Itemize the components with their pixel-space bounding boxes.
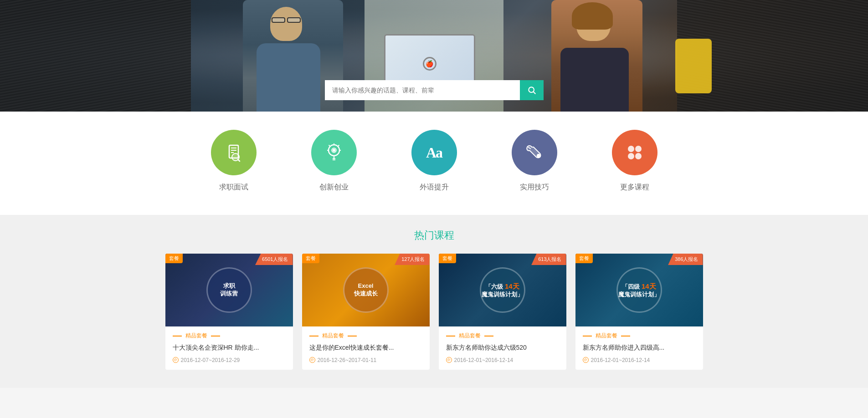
hot-courses-section: 热门课程 套餐 6501人报名 求职 训练营: [0, 215, 868, 388]
yellow-chair: [675, 39, 712, 112]
tag-divider-1: [173, 336, 182, 336]
svg-point-23: [628, 153, 634, 159]
tag-divider-4r: [621, 336, 630, 336]
person-right: [551, 0, 642, 112]
svg-point-0: [529, 87, 534, 92]
course-body-3: 精品套餐 新东方名师助你达成六级520 ⏱ 2016-12-01~2016-12…: [439, 326, 566, 370]
course-tag-line-3: 精品套餐: [446, 332, 559, 340]
svg-point-14: [333, 149, 335, 151]
course-badge-4: 套餐: [575, 254, 593, 263]
hot-courses-title: 热门课程: [0, 229, 868, 242]
language-icon: Aa: [411, 130, 457, 175]
courses-grid: 套餐 6501人报名 求职 训练营 精品套餐: [0, 254, 868, 370]
course-badge-3: 套餐: [439, 254, 456, 263]
category-skills[interactable]: 实用技巧: [512, 130, 557, 192]
course-title-1: 十大顶尖名企资深HR 助你走...: [173, 343, 286, 352]
course-circle-3: 「六级 14天 魔鬼训练计划」: [480, 267, 525, 313]
course-tag-line-1: 精品套餐: [173, 332, 286, 340]
search-button[interactable]: [520, 80, 544, 100]
clock-icon-4: ⏱: [583, 357, 589, 363]
circle-text-2: Excel 快速成长: [354, 282, 378, 298]
hero-section: 🍎: [0, 0, 868, 112]
svg-line-7: [238, 159, 240, 161]
category-more[interactable]: 更多课程: [612, 130, 657, 192]
tag-divider-2: [309, 336, 318, 336]
circle-text-1: 求职 训练营: [220, 282, 238, 298]
tag-divider-3: [446, 336, 455, 336]
tag-divider-1r: [211, 336, 220, 336]
job-icon: [211, 130, 257, 175]
course-card-1[interactable]: 套餐 6501人报名 求职 训练营 精品套餐: [165, 254, 293, 370]
svg-point-24: [635, 153, 642, 159]
course-badge-2: 套餐: [302, 254, 319, 263]
more-icon: [612, 130, 657, 175]
left-curtain: [0, 0, 191, 112]
course-date-2: ⏱ 2016-12-26~2017-01-11: [309, 357, 422, 363]
course-circle-4: 「四级 14天 魔鬼训练计划」: [616, 267, 662, 313]
course-tag-line-2: 精品套餐: [309, 332, 422, 340]
skills-label: 实用技巧: [520, 183, 549, 192]
course-title-3: 新东方名师助你达成六级520: [446, 343, 559, 352]
skills-icon: [512, 130, 557, 175]
svg-line-1: [533, 92, 535, 94]
innovation-label: 创新创业: [319, 183, 349, 192]
course-body-2: 精品套餐 这是你的Excel快速成长套餐... ⏱ 2016-12-26~201…: [302, 326, 430, 370]
tag-divider-3r: [484, 336, 493, 336]
course-circle-1: 求职 训练营: [206, 267, 252, 313]
course-date-1: ⏱ 2016-12-07~2016-12-29: [173, 357, 286, 363]
course-tag-4: 精品套餐: [596, 332, 617, 340]
svg-point-22: [635, 146, 642, 152]
course-title-2: 这是你的Excel快速成长套餐...: [309, 343, 422, 352]
search-bar: [325, 80, 544, 100]
more-label: 更多课程: [620, 183, 649, 192]
course-badge-1: 套餐: [165, 254, 183, 263]
course-tag-2: 精品套餐: [322, 332, 344, 340]
category-job[interactable]: 求职面试: [211, 130, 257, 192]
enrollment-flag-1: 6501人报名: [255, 254, 293, 265]
circle-text-3: 「六级 14天 魔鬼训练计划」: [482, 282, 523, 299]
course-card-4[interactable]: 套餐 386人报名 「四级 14天 魔鬼训练计划」 精品套餐: [575, 254, 703, 370]
course-card-3[interactable]: 套餐 613人报名 「六级 14天 魔鬼训练计划」 精品套餐: [439, 254, 566, 370]
language-label: 外语提升: [420, 183, 449, 192]
enrollment-flag-4: 386人报名: [668, 254, 703, 265]
course-card-2[interactable]: 套餐 127人报名 Excel 快速成长 精品套餐: [302, 254, 430, 370]
svg-point-19: [537, 154, 540, 157]
course-tag-1: 精品套餐: [185, 332, 207, 340]
course-title-4: 新东方名师助你进入四级高...: [583, 343, 696, 352]
search-input[interactable]: [325, 80, 520, 100]
course-body-4: 精品套餐 新东方名师助你进入四级高... ⏱ 2016-12-01~2016-1…: [575, 326, 703, 370]
course-circle-2: Excel 快速成长: [343, 267, 389, 313]
course-tag-3: 精品套餐: [459, 332, 481, 340]
tag-divider-2r: [348, 336, 357, 336]
svg-line-17: [338, 145, 339, 147]
tag-divider-4: [583, 336, 592, 336]
course-tag-line-4: 精品套餐: [583, 332, 696, 340]
clock-icon-1: ⏱: [173, 357, 179, 363]
clock-icon-2: ⏱: [309, 357, 315, 363]
svg-line-18: [329, 145, 330, 147]
course-date-4: ⏱ 2016-12-01~2016-12-14: [583, 357, 696, 363]
clock-icon-3: ⏱: [446, 357, 452, 363]
category-language[interactable]: Aa 外语提升: [411, 130, 457, 192]
course-date-3: ⏱ 2016-12-01~2016-12-14: [446, 357, 559, 363]
enrollment-flag-2: 127人报名: [395, 254, 429, 265]
enrollment-flag-3: 613人报名: [531, 254, 566, 265]
circle-text-4: 「四级 14天 魔鬼训练计划」: [618, 282, 660, 299]
svg-point-21: [628, 146, 634, 152]
job-label: 求职面试: [219, 183, 248, 192]
categories-section: 求职面试 创新创业 Aa 外语提升: [0, 112, 868, 215]
category-innovation[interactable]: 创新创业: [311, 130, 357, 192]
innovation-icon: [311, 130, 357, 175]
course-body-1: 精品套餐 十大顶尖名企资深HR 助你走... ⏱ 2016-12-07~2016…: [165, 326, 293, 370]
